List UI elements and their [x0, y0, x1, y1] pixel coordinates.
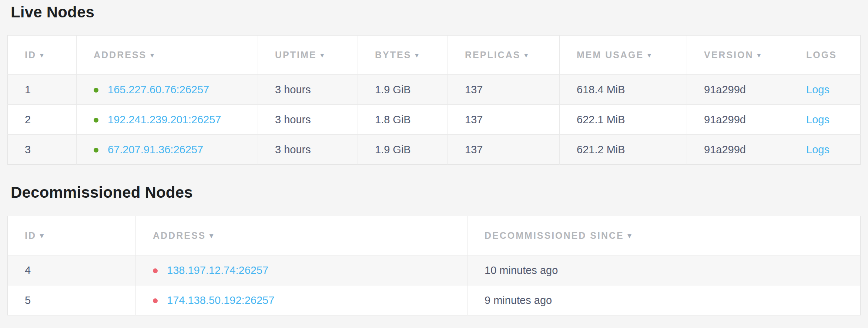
cell-bytes: 1.9 GiB	[358, 75, 448, 105]
cell-node-id: 1	[8, 75, 77, 105]
sort-arrow-icon: ▾	[647, 51, 651, 59]
node-address-link[interactable]: 192.241.239.201:26257	[108, 114, 221, 125]
decommissioned-nodes-table: ID▾ Address▾ Decommissioned Since▾ 4 138…	[7, 216, 861, 315]
table-row: 2 192.241.239.201:26257 3 hours 1.8 GiB …	[8, 105, 861, 135]
sort-arrow-icon: ▾	[40, 51, 44, 59]
column-header-address[interactable]: Address▾	[136, 216, 467, 255]
cell-address: 67.207.91.36:26257	[77, 135, 258, 165]
cell-mem-usage: 621.2 MiB	[560, 135, 687, 165]
logs-link[interactable]: Logs	[806, 84, 830, 96]
sort-arrow-icon: ▾	[40, 232, 44, 240]
node-address-link[interactable]: 174.138.50.192:26257	[167, 294, 274, 306]
cell-uptime: 3 hours	[258, 135, 358, 165]
cell-mem-usage: 618.4 MiB	[560, 75, 687, 105]
column-header-bytes[interactable]: Bytes▾	[358, 36, 448, 75]
live-status-dot-icon	[94, 88, 98, 93]
sort-arrow-icon: ▾	[210, 232, 213, 240]
table-row: 3 67.207.91.36:26257 3 hours 1.9 GiB 137…	[8, 135, 861, 165]
cell-uptime: 3 hours	[258, 105, 358, 135]
cell-node-id: 5	[8, 285, 136, 315]
logs-link[interactable]: Logs	[806, 114, 830, 125]
table-row: 5 174.138.50.192:26257 9 minutes ago	[8, 285, 861, 315]
column-header-id[interactable]: ID▾	[8, 36, 77, 75]
cell-replicas: 137	[448, 75, 560, 105]
cell-uptime: 3 hours	[258, 75, 358, 105]
node-address-link[interactable]: 165.227.60.76:26257	[108, 84, 209, 96]
decommissioned-status-dot-icon	[153, 298, 158, 303]
cell-address: 174.138.50.192:26257	[136, 285, 467, 315]
column-header-address[interactable]: Address▾	[77, 36, 258, 75]
cell-mem-usage: 622.1 MiB	[560, 105, 687, 135]
cell-version: 91a299d	[687, 105, 789, 135]
column-header-logs: Logs	[789, 36, 861, 75]
column-header-replicas[interactable]: Replicas▾	[448, 36, 560, 75]
column-header-version[interactable]: Version▾	[687, 36, 789, 75]
column-header-decommissioned-since[interactable]: Decommissioned Since▾	[467, 216, 861, 255]
live-status-dot-icon	[94, 148, 98, 153]
sort-arrow-icon: ▾	[320, 51, 324, 59]
cell-address: 138.197.12.74:26257	[136, 255, 467, 285]
node-address-link[interactable]: 138.197.12.74:26257	[167, 264, 268, 276]
live-nodes-header-row: ID▾ Address▾ Uptime▾ Bytes▾ Replicas▾ Me…	[8, 36, 861, 75]
cell-logs: Logs	[789, 105, 861, 135]
cell-address: 165.227.60.76:26257	[77, 75, 258, 105]
column-header-id[interactable]: ID▾	[8, 216, 136, 255]
cell-replicas: 137	[448, 105, 560, 135]
cell-decommissioned-since: 9 minutes ago	[467, 285, 861, 315]
live-status-dot-icon	[94, 118, 98, 123]
cell-bytes: 1.9 GiB	[358, 135, 448, 165]
sort-arrow-icon: ▾	[524, 51, 528, 59]
cell-decommissioned-since: 10 minutes ago	[467, 255, 861, 285]
column-header-uptime[interactable]: Uptime▾	[258, 36, 358, 75]
cell-version: 91a299d	[687, 135, 789, 165]
cell-replicas: 137	[448, 135, 560, 165]
sort-arrow-icon: ▾	[757, 51, 761, 59]
cell-logs: Logs	[789, 75, 861, 105]
sort-arrow-icon: ▾	[628, 232, 631, 240]
decommissioned-nodes-title: Decommissioned Nodes	[7, 184, 861, 201]
decommissioned-status-dot-icon	[153, 268, 158, 273]
table-row: 4 138.197.12.74:26257 10 minutes ago	[8, 255, 861, 285]
node-address-link[interactable]: 67.207.91.36:26257	[108, 144, 203, 155]
cell-logs: Logs	[789, 135, 861, 165]
logs-link[interactable]: Logs	[806, 144, 830, 155]
cell-node-id: 2	[8, 105, 77, 135]
sort-arrow-icon: ▾	[415, 51, 419, 59]
nodes-page: Live Nodes ID▾ Address▾ Uptime▾ Bytes▾ R…	[0, 4, 868, 315]
sort-arrow-icon: ▾	[150, 51, 154, 59]
table-row: 1 165.227.60.76:26257 3 hours 1.9 GiB 13…	[8, 75, 861, 105]
live-nodes-table: ID▾ Address▾ Uptime▾ Bytes▾ Replicas▾ Me…	[7, 35, 861, 165]
column-header-mem-usage[interactable]: Mem Usage▾	[560, 36, 687, 75]
cell-version: 91a299d	[687, 75, 789, 105]
cell-node-id: 3	[8, 135, 77, 165]
cell-node-id: 4	[8, 255, 136, 285]
live-nodes-title: Live Nodes	[7, 4, 861, 21]
cell-bytes: 1.8 GiB	[358, 105, 448, 135]
cell-address: 192.241.239.201:26257	[77, 105, 258, 135]
decommissioned-nodes-header-row: ID▾ Address▾ Decommissioned Since▾	[8, 216, 861, 255]
